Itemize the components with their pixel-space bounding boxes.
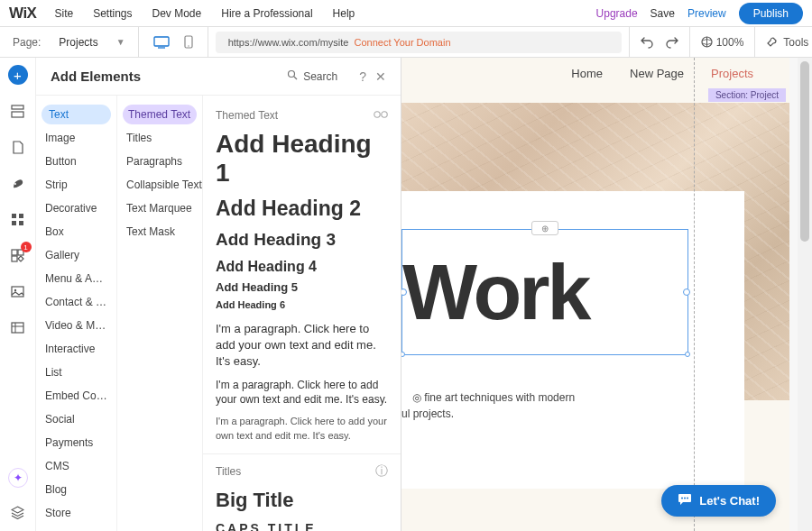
cat-payments[interactable]: Payments [36,431,116,454]
design-icon[interactable] [8,173,28,193]
desktop-icon[interactable] [153,36,170,49]
cat-decorative[interactable]: Decorative [36,197,116,220]
tools-menu[interactable]: Tools [754,27,812,57]
sub-collapsible[interactable]: Collapsible Text [117,173,202,197]
preview-link[interactable]: Preview [687,7,726,20]
sub-themed-text[interactable]: Themed Text [123,105,197,124]
work-heading[interactable]: Work [402,230,687,354]
undo-redo-group [629,27,689,57]
vertical-scrollbar[interactable] [798,58,812,531]
titles-label: Titles [216,465,241,478]
wix-logo[interactable]: WiX [9,5,36,23]
cat-image[interactable]: Image [36,126,116,150]
cat-interactive[interactable]: Interactive [36,337,116,361]
preset-paragraph-2[interactable]: I'm a paragraph. Click here to add your … [203,374,401,412]
notification-badge: 1 [21,242,32,252]
tools-label: Tools [783,36,808,49]
cat-box[interactable]: Box [36,220,116,243]
cat-button[interactable]: Button [36,150,116,173]
preset-heading-3[interactable]: Add Heading 3 [203,228,401,257]
undo-icon[interactable] [641,36,653,49]
redo-icon[interactable] [666,36,678,49]
page-label: Page: [13,36,41,49]
cat-gallery[interactable]: Gallery [36,243,116,267]
sub-text-mask[interactable]: Text Mask [117,220,202,243]
preset-paragraph-3[interactable]: I'm a paragraph. Click here to add your … [203,411,401,446]
chat-button[interactable]: Let's Chat! [661,485,776,517]
pages-icon[interactable] [8,137,28,157]
upgrade-link[interactable]: Upgrade [596,7,638,20]
svg-point-27 [681,498,683,499]
cat-text[interactable]: Text [42,105,111,124]
publish-button[interactable]: Publish [739,3,803,24]
business-icon[interactable]: 1 [8,245,28,265]
section-tag[interactable]: Section: Project [708,88,786,102]
nav-home[interactable]: Home [571,67,603,80]
svg-point-29 [687,498,688,499]
url-bar[interactable]: https://www.wix.com/mysite Connect Your … [216,32,622,53]
preset-big-title[interactable]: Big Title [203,485,401,516]
svg-rect-20 [12,323,23,333]
page-selector[interactable]: Page: Projects ▼ [0,27,139,57]
site-canvas[interactable]: Home New Page Projects Section: Project … [401,58,789,531]
description-text[interactable]: ◎ fine art techniques with modern ul pro… [401,389,575,422]
cat-cms[interactable]: CMS [36,454,116,478]
zoom-control[interactable]: 100% [689,27,755,57]
menu-settings[interactable]: Settings [93,7,132,20]
guide-line [694,58,695,531]
menu-site[interactable]: Site [54,7,73,20]
menu-dev-mode[interactable]: Dev Mode [152,7,202,20]
selected-text-element[interactable]: ⊕ Work [401,229,688,355]
chat-icon [678,493,692,508]
svg-point-23 [289,71,295,78]
subcategory-column: Themed Text Titles Paragraphs Collapsibl… [117,96,203,531]
cat-list[interactable]: List [36,361,116,384]
save-link[interactable]: Save [651,7,675,20]
chevron-down-icon: ▼ [116,37,125,47]
cat-blog[interactable]: Blog [36,478,116,501]
scrollbar-thumb[interactable] [800,61,809,242]
sections-icon[interactable] [8,101,28,121]
preview-column: Themed Text Add Heading 1 Add Heading 2 … [203,96,401,531]
close-icon[interactable]: ✕ [375,69,386,84]
zoom-value: 100% [716,36,744,49]
connect-domain-link[interactable]: Connect Your Domain [354,37,450,48]
resize-handle-br[interactable] [685,352,690,357]
cat-social[interactable]: Social [36,407,116,431]
apps-icon[interactable] [8,209,28,229]
preset-heading-6[interactable]: Add Heading 6 [203,298,401,317]
panel-search[interactable]: Search [287,69,337,83]
layers-icon[interactable] [8,502,28,522]
sub-titles[interactable]: Titles [117,126,202,150]
cat-video-music[interactable]: Video & Music [36,314,116,337]
preset-heading-2[interactable]: Add Heading 2 [203,195,401,228]
cms-icon[interactable] [8,317,28,337]
cat-strip[interactable]: Strip [36,173,116,197]
preset-caps-title[interactable]: CAPS TITLE [203,516,401,531]
cat-store[interactable]: Store [36,501,116,525]
preset-heading-4[interactable]: Add Heading 4 [203,257,401,279]
themed-text-header: Themed Text [203,103,401,128]
sub-paragraphs[interactable]: Paragraphs [117,150,202,173]
mobile-icon[interactable] [184,35,193,49]
svg-rect-12 [19,214,23,218]
nav-projects[interactable]: Projects [711,67,753,80]
cat-embed-code[interactable]: Embed Code [36,384,116,407]
help-icon[interactable]: ? [359,69,366,84]
preset-paragraph-1[interactable]: I'm a paragraph. Click here to add your … [203,317,401,374]
cat-contact-forms[interactable]: Contact & Forms [36,290,116,314]
cat-menu-anchor[interactable]: Menu & Anchor [36,267,116,290]
svg-rect-13 [12,221,16,225]
cat-bookings[interactable]: Bookings [36,525,116,531]
add-elements-icon[interactable]: + [8,65,28,85]
sub-marquee[interactable]: Text Marquee [117,197,202,220]
menu-help[interactable]: Help [333,7,355,20]
nav-new-page[interactable]: New Page [630,67,684,80]
media-icon[interactable] [8,281,28,301]
info-icon[interactable]: ⓘ [375,463,388,480]
edit-theme-icon[interactable] [374,108,388,123]
menu-hire[interactable]: Hire a Professional [221,7,312,20]
preset-heading-5[interactable]: Add Heading 5 [203,279,401,298]
ai-sparkle-icon[interactable]: ✦ [8,468,28,488]
preset-heading-1[interactable]: Add Heading 1 [203,128,401,195]
